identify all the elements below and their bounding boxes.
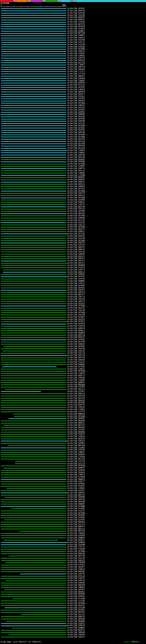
hit-id-link[interactable]: UniRef100_B6H5N7 bbox=[67, 611, 85, 614]
alignment-bar[interactable] bbox=[1, 191, 66, 192]
alignment-bar[interactable] bbox=[1, 261, 66, 261]
hit-id-link[interactable]: UniRef100_Q59QX4 bbox=[67, 483, 85, 485]
hit-id-link[interactable]: UniRef100_C0CLR0 bbox=[67, 348, 85, 350]
hit-id-link[interactable]: UniRef100_UP1000... bbox=[67, 125, 88, 127]
hit-id-link[interactable]: UniRef100_C0CL84 bbox=[67, 251, 85, 253]
alignment-bar[interactable] bbox=[1, 177, 66, 178]
hit-id-link[interactable]: UniRef100_Q6CQM3 bbox=[67, 402, 85, 404]
alignment-bar[interactable] bbox=[1, 420, 66, 421]
alignment-bar[interactable] bbox=[1, 355, 66, 356]
hit-id-link[interactable]: UniRef100_C6TCW7 bbox=[67, 98, 85, 100]
alignment-bar[interactable] bbox=[1, 218, 66, 218]
hit-id-link[interactable]: UniRef100_B2WK16 bbox=[67, 343, 85, 346]
hit-id-link[interactable]: UniRef100_Q5KPR2 bbox=[67, 492, 85, 494]
alignment-bar[interactable] bbox=[1, 195, 66, 196]
alignment-bar[interactable] bbox=[1, 412, 66, 412]
hit-id-link[interactable]: UniRef100_B5FXP9 bbox=[67, 143, 85, 145]
hit-id-link[interactable]: UniRef100_B3RTY9 bbox=[67, 404, 85, 406]
alignment-bar[interactable] bbox=[1, 87, 66, 88]
hit-id-link[interactable]: UniRef100_A6YM75 bbox=[67, 287, 85, 289]
alignment-bar[interactable] bbox=[11, 508, 66, 509]
alignment-bar[interactable] bbox=[1, 472, 66, 473]
hit-id-link[interactable]: UniRef100_UP1000... bbox=[67, 48, 88, 50]
alignment-bar[interactable] bbox=[1, 459, 66, 460]
hit-id-link[interactable]: UniRef100_Q6BY53 bbox=[67, 291, 85, 294]
alignment-bar[interactable] bbox=[1, 94, 66, 94]
hit-id-link[interactable]: UniRef100_Q9V3G1 bbox=[67, 183, 85, 186]
alignment-bar[interactable] bbox=[1, 513, 66, 514]
hit-id-link[interactable]: UniRef100_A4HLZ7 bbox=[67, 636, 85, 638]
hit-id-link[interactable]: UniRef100_Q5I1D2 bbox=[67, 233, 85, 235]
hit-id-link[interactable]: UniRef100_UP1000... bbox=[67, 215, 88, 217]
hit-id-link[interactable]: UniRef100_C1MVE7 bbox=[67, 64, 85, 66]
hit-id-link[interactable]: UniRef100_P43067 bbox=[67, 485, 85, 487]
hit-id-link[interactable]: UniRef100_UP1000... bbox=[67, 134, 88, 136]
hit-id-link[interactable]: UniRef100_C0CLR3 bbox=[67, 208, 85, 210]
alignment-bar[interactable] bbox=[1, 144, 66, 144]
hit-id-link[interactable]: UniRef100_A7EPN5 bbox=[67, 516, 85, 519]
alignment-bar[interactable] bbox=[1, 466, 66, 466]
hit-id-link[interactable]: UniRef100_Q2QX64 bbox=[67, 82, 85, 84]
alignment-bar[interactable] bbox=[15, 461, 66, 462]
alignment-bar[interactable] bbox=[1, 202, 66, 203]
hit-id-link[interactable]: UniRef100_B5DGW6 bbox=[67, 160, 85, 163]
alignment-bar[interactable] bbox=[1, 213, 66, 214]
hit-id-link[interactable]: UniRef100_A8Q779 bbox=[67, 300, 85, 303]
alignment-bar[interactable] bbox=[19, 531, 66, 532]
hit-id-link[interactable]: UniRef100_C6TM07 bbox=[67, 165, 85, 168]
hit-id-link[interactable]: UniRef100_Q0U5B8 bbox=[67, 501, 85, 503]
hit-id-link[interactable]: UniRef100_Q9BPL2 bbox=[67, 230, 85, 233]
alignment-bar[interactable] bbox=[1, 130, 66, 131]
hit-id-link[interactable]: UniRef100_Q5B1L8 bbox=[67, 393, 85, 395]
alignment-bar[interactable] bbox=[1, 42, 66, 43]
alignment-bar[interactable] bbox=[1, 60, 66, 61]
alignment-bar[interactable] bbox=[1, 560, 66, 561]
alignment-bar[interactable] bbox=[1, 245, 66, 246]
alignment-bar[interactable] bbox=[1, 384, 66, 385]
alignment-bar[interactable] bbox=[1, 224, 66, 225]
hit-id-link[interactable]: UniRef100_C0NQF3 bbox=[67, 451, 85, 454]
hit-id-link[interactable]: UniRef100_Q6F483 bbox=[67, 397, 85, 400]
hit-id-link[interactable]: UniRef100_C0CL53 bbox=[67, 296, 85, 298]
hit-id-link[interactable]: UniRef100_Q2H0S4 bbox=[67, 595, 85, 598]
hit-id-link[interactable]: UniRef100_A9RZ45 bbox=[67, 50, 85, 52]
alignment-bar[interactable] bbox=[1, 452, 66, 453]
hit-id-link[interactable]: UniRef100_C0PQG0 bbox=[67, 78, 85, 80]
hit-id-link[interactable]: UniRef100_Q1HR32 bbox=[67, 273, 85, 276]
hit-id-link[interactable]: UniRef100_A3GFK2 bbox=[67, 573, 85, 575]
alignment-bar[interactable] bbox=[1, 290, 66, 290]
alignment-bar[interactable] bbox=[1, 141, 66, 142]
alignment-bar[interactable] bbox=[1, 474, 66, 475]
alignment-bar[interactable] bbox=[1, 504, 66, 504]
hit-id-link[interactable]: UniRef100_Q75NF7 bbox=[67, 390, 85, 393]
hit-id-link[interactable]: UniRef100_A8NWE5 bbox=[67, 586, 85, 589]
alignment-bar[interactable] bbox=[1, 267, 66, 268]
hit-id-link[interactable]: UniRef100_B8NPH6 bbox=[67, 413, 85, 415]
hit-id-link[interactable]: UniRef100_UP1000... bbox=[67, 305, 88, 307]
alignment-bar[interactable] bbox=[1, 612, 66, 613]
hit-id-link[interactable]: UniRef100_A8UGG1 bbox=[67, 181, 85, 183]
hit-id-link[interactable]: UniRef100_Q4T091 bbox=[67, 127, 85, 129]
alignment-bar[interactable] bbox=[1, 123, 66, 124]
alignment-bar[interactable] bbox=[1, 65, 66, 65]
alignment-bar[interactable] bbox=[1, 112, 66, 113]
hit-id-link[interactable]: UniRef100_B5FXP8 bbox=[67, 145, 85, 147]
alignment-bar[interactable] bbox=[1, 470, 66, 471]
alignment-bar[interactable] bbox=[1, 28, 66, 29]
alignment-bar[interactable] bbox=[1, 22, 66, 22]
hit-id-link[interactable]: UniRef100_A7E5M3 bbox=[67, 386, 85, 388]
alignment-bar[interactable] bbox=[1, 314, 66, 315]
alignment-bar[interactable] bbox=[1, 67, 66, 68]
alignment-bar[interactable] bbox=[1, 288, 66, 288]
alignment-bar[interactable] bbox=[1, 432, 66, 432]
hit-id-link[interactable]: UniRef100_Q6CFP0 bbox=[67, 555, 85, 557]
alignment-bar[interactable] bbox=[1, 616, 66, 617]
hit-id-link[interactable]: UniRef100_B6QD48 bbox=[67, 420, 85, 422]
hit-id-link[interactable]: UniRef100_C0CLR8 bbox=[67, 237, 85, 240]
alignment-bar[interactable] bbox=[1, 310, 66, 311]
hit-id-link[interactable]: UniRef100_Q4GXL2 bbox=[67, 256, 85, 258]
alignment-bar[interactable] bbox=[1, 78, 66, 79]
alignment-bar[interactable] bbox=[1, 180, 66, 180]
hit-id-link[interactable]: UniRef100_A8PQB7 bbox=[67, 418, 85, 420]
alignment-bar[interactable] bbox=[1, 168, 66, 169]
